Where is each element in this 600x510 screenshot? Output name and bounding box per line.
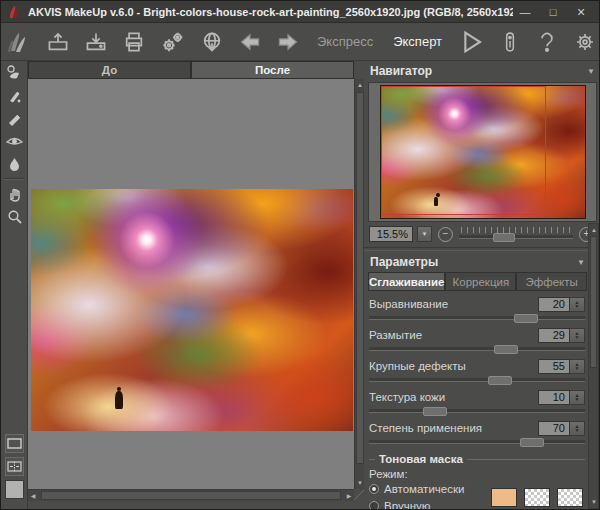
value-field[interactable]: 20 bbox=[538, 297, 570, 312]
scroll-right-icon[interactable]: ▶ bbox=[344, 490, 354, 501]
spinner-buttons[interactable]: ▲▼ bbox=[570, 421, 585, 436]
zoom-slider[interactable] bbox=[459, 227, 573, 241]
help-icon[interactable] bbox=[536, 29, 558, 55]
canvas-vertical-scrollbar[interactable]: ▲ ▼ bbox=[354, 79, 364, 489]
image-canvas[interactable] bbox=[28, 79, 354, 489]
background-color-swatch[interactable] bbox=[5, 480, 24, 499]
slider-row-blur: Размытие 29▲▼ bbox=[369, 327, 585, 353]
navigator-title: Навигатор bbox=[370, 64, 432, 78]
tab-correction[interactable]: Коррекция bbox=[445, 272, 516, 291]
transparent-swatch-2[interactable] bbox=[557, 488, 583, 507]
slider-handle[interactable] bbox=[488, 376, 512, 385]
scroll-up-icon[interactable]: ▲ bbox=[589, 224, 599, 236]
scroll-left-icon[interactable]: ◀ bbox=[28, 490, 38, 501]
run-processing-button[interactable] bbox=[460, 29, 484, 55]
slider-label: Крупные дефекты bbox=[369, 360, 466, 372]
radio-automatic-option[interactable]: Автоматически bbox=[369, 482, 464, 496]
tab-before[interactable]: До bbox=[28, 61, 191, 79]
spinner-buttons[interactable]: ▲▼ bbox=[570, 359, 585, 374]
redo-arrow-button[interactable] bbox=[277, 29, 299, 55]
transparent-swatch-1[interactable] bbox=[524, 488, 550, 507]
close-button[interactable]: × bbox=[569, 4, 593, 20]
slider-track[interactable] bbox=[369, 407, 585, 415]
radio-manual[interactable] bbox=[369, 501, 379, 510]
mask-swatches bbox=[491, 482, 585, 510]
print-button[interactable] bbox=[123, 29, 145, 55]
parameters-scrollbar[interactable]: ▲ ▼ bbox=[588, 223, 599, 509]
slider-handle[interactable] bbox=[514, 314, 538, 323]
spinner-buttons[interactable]: ▲▼ bbox=[570, 390, 585, 405]
vertical-scroll-thumb[interactable] bbox=[356, 92, 364, 464]
preferences-gear-icon[interactable] bbox=[574, 29, 596, 55]
hand-pan-tool[interactable] bbox=[1, 182, 28, 205]
right-panel: Навигатор ▼ 15.5% ▼ − + Параметры ▼ bbox=[364, 61, 600, 510]
slider-track[interactable] bbox=[369, 438, 585, 446]
open-image-button[interactable] bbox=[47, 29, 69, 55]
slider-label: Размытие bbox=[369, 329, 422, 341]
tab-after[interactable]: После bbox=[191, 61, 354, 79]
zoom-controls: 15.5% ▼ − + bbox=[364, 222, 600, 246]
eye-tool[interactable] bbox=[1, 130, 28, 153]
slider-track[interactable] bbox=[369, 376, 585, 384]
navigator-thumbnail[interactable] bbox=[380, 85, 586, 219]
mode-expert[interactable]: Эксперт bbox=[393, 34, 442, 49]
zoom-value-field[interactable]: 15.5% bbox=[369, 226, 413, 242]
tab-smoothing[interactable]: Сглаживание bbox=[368, 272, 445, 291]
tone-mask-group-label: Тоновая маска bbox=[369, 453, 585, 465]
save-image-button[interactable] bbox=[85, 29, 107, 55]
scroll-down-icon[interactable]: ▼ bbox=[589, 496, 599, 508]
slider-label: Степень применения bbox=[369, 422, 482, 434]
skin-color-swatch[interactable] bbox=[491, 488, 517, 507]
slider-handle[interactable] bbox=[520, 438, 544, 447]
slider-track[interactable] bbox=[369, 314, 585, 322]
zoom-out-button[interactable]: − bbox=[438, 227, 453, 242]
split-view-button[interactable] bbox=[5, 457, 24, 476]
slider-track[interactable] bbox=[369, 345, 585, 353]
spinner-buttons[interactable]: ▲▼ bbox=[570, 328, 585, 343]
slider-row-large-defects: Крупные дефекты 55▲▼ bbox=[369, 358, 585, 384]
blur-drop-tool[interactable] bbox=[1, 153, 28, 176]
zoom-slider-track[interactable] bbox=[459, 235, 573, 239]
tone-mask-title: Тоновая маска bbox=[379, 453, 463, 465]
slider-handle[interactable] bbox=[423, 407, 447, 416]
scrollbar-corner bbox=[354, 489, 364, 501]
maximize-button[interactable]: □ bbox=[541, 4, 565, 20]
mask-preview-tool[interactable] bbox=[1, 61, 28, 84]
parameters-title: Параметры bbox=[370, 255, 438, 269]
main-toolbar: Экспресс Эксперт bbox=[1, 23, 599, 61]
minimize-button[interactable]: — bbox=[513, 4, 537, 20]
radio-automatic[interactable] bbox=[369, 484, 379, 494]
parameters-collapse-icon[interactable]: ▼ bbox=[577, 258, 585, 267]
slider-handle[interactable] bbox=[494, 345, 518, 354]
spinner-buttons[interactable]: ▲▼ bbox=[570, 297, 585, 312]
navigator-collapse-icon[interactable]: ▼ bbox=[587, 67, 595, 76]
window-title: AKVIS MakeUp v.6.0 - Bright-colors-house… bbox=[28, 6, 513, 18]
value-field[interactable]: 70 bbox=[538, 421, 570, 436]
tab-effects[interactable]: Эффекты bbox=[516, 272, 587, 291]
edited-photo[interactable] bbox=[31, 189, 353, 431]
mode-express[interactable]: Экспресс bbox=[317, 34, 373, 49]
share-download-icon[interactable] bbox=[201, 29, 223, 55]
zoom-slider-ticks bbox=[461, 227, 571, 233]
zoom-slider-handle[interactable] bbox=[493, 233, 515, 242]
chalk-tool[interactable] bbox=[1, 107, 28, 130]
undo-arrow-button[interactable] bbox=[239, 29, 261, 55]
navigator-view-frame[interactable] bbox=[381, 86, 546, 215]
slider-label: Выравнивание bbox=[369, 298, 448, 310]
horizontal-scroll-thumb[interactable] bbox=[41, 491, 341, 500]
app-logo-icon bbox=[6, 4, 22, 20]
slider-row-skin-texture: Текстура кожи 10▲▼ bbox=[369, 389, 585, 415]
info-icon[interactable] bbox=[500, 29, 520, 55]
parameters-scroll-thumb[interactable] bbox=[590, 236, 597, 368]
value-field[interactable]: 29 bbox=[538, 328, 570, 343]
radio-manual-option[interactable]: Вручную bbox=[369, 499, 464, 510]
value-field[interactable]: 55 bbox=[538, 359, 570, 374]
zoom-dropdown-button[interactable]: ▼ bbox=[417, 226, 432, 242]
value-field[interactable]: 10 bbox=[538, 390, 570, 405]
canvas-horizontal-scrollbar[interactable]: ◀ ▶ bbox=[28, 489, 354, 501]
batch-processing-icon[interactable] bbox=[161, 29, 185, 55]
zoom-tool[interactable] bbox=[1, 205, 28, 228]
smudge-finger-tool[interactable] bbox=[1, 84, 28, 107]
single-view-button[interactable] bbox=[5, 434, 24, 453]
tool-column bbox=[1, 61, 28, 510]
